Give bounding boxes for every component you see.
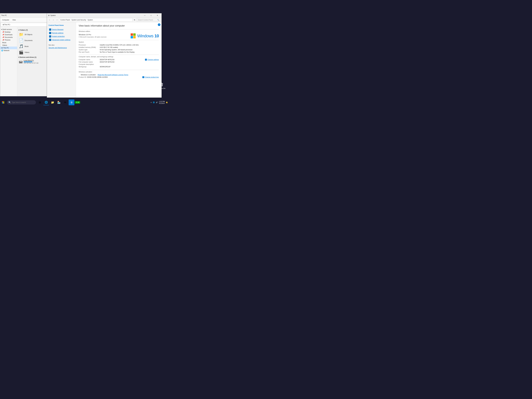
tray-network-icon[interactable]: 🌐 — [153, 101, 155, 103]
security-maintenance-link[interactable]: Security and Maintenance — [49, 47, 74, 49]
change-key-shield: 🛡 — [142, 76, 144, 78]
taskview-button[interactable]: ⊞ — [37, 100, 43, 105]
full-computer-name-row: Full computer name: DESKTOP-80TE2S0 — [79, 61, 145, 63]
breadcrumb-chevron: › — [10, 24, 10, 25]
svg-rect-0 — [2, 101, 3, 102]
tray-volume-icon[interactable]: 🔊 — [156, 101, 158, 103]
folder-music[interactable]: 🎵 Music — [18, 43, 47, 49]
product-id-value: 00330-52290-28598-AAOEM — [87, 76, 108, 78]
nav-system-protection[interactable]: 🛡 System protection — [49, 35, 74, 38]
breadcrumb-cp: Control Panel — [60, 19, 70, 21]
file-explorer-button[interactable]: 📁 — [50, 100, 55, 105]
sidebar-item-quick-access[interactable]: ▾ Quick access — [0, 28, 17, 31]
sidebar-item-documents[interactable]: 📌 Documents — [0, 36, 17, 39]
system-info-section: System Processor: Intel(R) Core(TM) i5-8… — [79, 40, 159, 53]
notification-icon[interactable]: 🔔 — [166, 101, 168, 103]
date-display: 5/1/2024 — [159, 102, 165, 104]
sidebar-item-videos[interactable]: Videos — [0, 44, 17, 47]
address-breadcrumb[interactable]: Control Panel › System and Security › Sy… — [59, 18, 133, 22]
change-settings-label: Change settings — [147, 59, 159, 61]
computer-name-label: Computer name: — [79, 59, 100, 61]
activation-link[interactable]: Read the Microsoft Software License Term… — [98, 74, 128, 76]
sidebar-item-network[interactable]: 🌐 Network — [0, 49, 17, 52]
folder-name: Music — [25, 45, 29, 47]
edge-button[interactable]: 🌐 — [43, 100, 49, 105]
change-product-key-link[interactable]: 🛡 Change product key — [142, 76, 159, 78]
win-logo-green — [133, 33, 136, 36]
product-id-row: Product ID: 00330-52290-28598-AAOEM 🛡 Ch… — [79, 76, 159, 78]
search-bar[interactable]: Search Control Panel 🔍 — [137, 18, 160, 22]
folder-documents[interactable]: 📄 Documents — [18, 38, 47, 43]
win10-wordmark: Windows 10 — [137, 33, 159, 38]
remote-button[interactable]: 🖥 — [69, 100, 74, 105]
drive-name: Local Disk (C:) — [24, 60, 38, 61]
nav-advanced-settings[interactable]: 🛡 Advanced system settings — [49, 38, 74, 42]
computer-name-value: DESKTOP-80TE2S0 — [100, 59, 114, 61]
explorer-breadcrumb[interactable]: ↑ 🖥 This PC › — [1, 23, 48, 26]
taskbar-search-icon: 🔍 — [8, 101, 11, 104]
mail-button[interactable]: ✉ — [62, 100, 68, 105]
up-button[interactable]: ↑ — [55, 18, 59, 21]
search-icon[interactable]: 🔍 — [157, 19, 159, 21]
sidebar-item-pictures[interactable]: 📌 Pictures — [0, 39, 17, 41]
workgroup-label: Workgroup: — [79, 66, 100, 68]
shield-protection-icon: 🛡 — [49, 35, 51, 38]
back-button[interactable]: ← — [48, 18, 51, 21]
pen-touch-label: Pen and Touch: — [79, 51, 100, 53]
win-logo-blue — [131, 36, 133, 38]
tab-computer[interactable]: Computer — [1, 19, 10, 21]
ram-label: Installed memory (RAM): — [79, 46, 100, 48]
system-title-text: System — [51, 14, 56, 16]
minimize-button[interactable]: — — [142, 13, 148, 17]
maximize-button[interactable]: □ — [148, 13, 154, 17]
window-content: Control Panel Home 🛡 Device Manager 🛡 Re… — [47, 22, 162, 97]
change-settings-shield: 🛡 — [145, 59, 147, 61]
sidebar-item-downloads[interactable]: 📌 Downloads — [0, 33, 17, 36]
activation-status: Windows is activated — [81, 74, 95, 76]
change-settings-link[interactable]: 🛡 Change settings — [145, 59, 159, 61]
window-controls: — □ ✕ — [142, 13, 160, 17]
taskbar-search-input[interactable] — [12, 101, 33, 103]
drives-section-header: ▾ Devices and drives (1) — [18, 56, 47, 58]
computer-name-section-title: Computer name, domain, and workgroup set… — [79, 56, 159, 58]
tab-view[interactable]: View — [11, 19, 17, 21]
folder-name: Videos — [25, 51, 29, 53]
green-badge[interactable]: 2:19 — [75, 101, 80, 104]
drive-c[interactable]: 🖴 Local Disk (C:) 195 GB free of 237 GB — [18, 59, 47, 65]
ram-row: Installed memory (RAM): 8.00 GB (7.81 GB… — [79, 46, 159, 48]
full-computer-name-value: DESKTOP-80TE2S0 — [100, 61, 114, 63]
sidebar-item-this-pc[interactable]: 🖥 This PC — [0, 47, 17, 49]
control-panel-home-link[interactable]: Control Panel Home — [49, 24, 74, 26]
nav-device-manager[interactable]: 🛡 Device Manager — [49, 28, 74, 31]
forward-button[interactable]: → — [52, 18, 55, 21]
refresh-button[interactable]: ↻ — [133, 18, 136, 21]
sidebar-item-desktop[interactable]: 📌 Desktop — [0, 31, 17, 33]
recycle-bin-icon[interactable]: 🗑 Recycle Bin — [157, 82, 166, 89]
nav-advanced-settings-label: Advanced system settings — [52, 39, 70, 41]
sidebar-item-music[interactable]: Music — [0, 41, 17, 44]
windows-edition-section: Windows edition Windows 10 Pro © Microso… — [79, 29, 159, 38]
see-also-title: See also — [49, 44, 74, 46]
tray-chevron[interactable]: ∧ — [151, 101, 152, 103]
win-logo-yellow — [133, 36, 136, 38]
drive-info: Local Disk (C:) 195 GB free of 237 GB — [24, 60, 38, 64]
start-button[interactable] — [0, 99, 6, 106]
window-title: 🖥 System — [48, 14, 56, 16]
folder-3d-objects[interactable]: 📁 3D Objects — [18, 32, 47, 38]
microsoft-store-button[interactable]: 🏪 — [56, 100, 62, 105]
close-button[interactable]: ✕ — [154, 13, 160, 17]
win-logo-row-top — [131, 33, 136, 36]
explorer-main: ▾ Folders (7) 📁 3D Objects 📄 Documents 🎵… — [17, 27, 48, 96]
shield-device-icon: 🛡 — [49, 29, 51, 31]
window-addressbar: ← → ↑ Control Panel › System and Securit… — [47, 18, 162, 22]
taskbar-clock[interactable]: 1:22 PM 5/1/2024 — [159, 101, 165, 104]
drives-section-title: Devices and drives (1) — [20, 56, 36, 58]
nav-remote-settings-label: Remote settings — [52, 32, 63, 34]
explorer-title: This PC — [1, 14, 7, 16]
recycle-bin-label: Recycle Bin — [158, 88, 165, 89]
folder-videos[interactable]: 🎬 Videos — [18, 49, 47, 55]
taskbar-search-bar[interactable]: 🔍 — [7, 100, 36, 105]
help-button[interactable]: ? — [158, 23, 160, 26]
system-icon: 🖥 — [48, 14, 50, 16]
nav-remote-settings[interactable]: 🛡 Remote settings — [49, 31, 74, 35]
